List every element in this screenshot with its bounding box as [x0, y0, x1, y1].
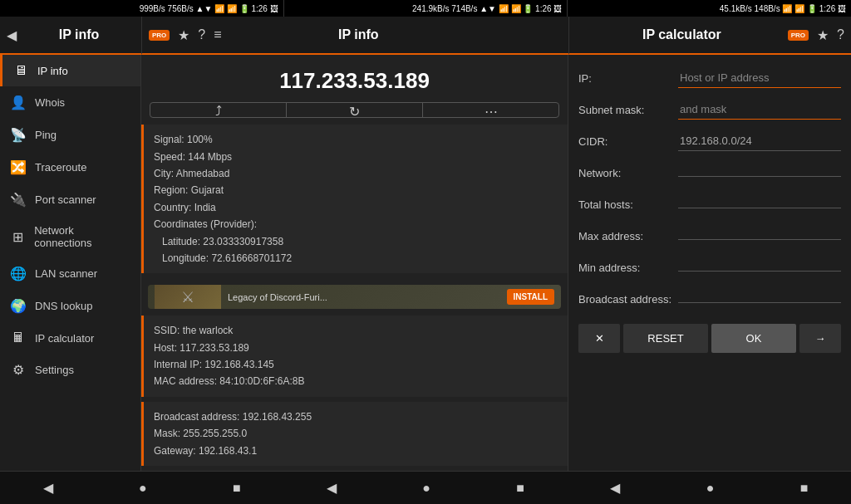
arrow-button[interactable]: →: [799, 324, 841, 353]
cidr-label: CIDR:: [578, 135, 678, 148]
back-button[interactable]: ◀: [7, 27, 17, 43]
sidebar-item-traceroute[interactable]: 🔀 Traceroute: [0, 151, 140, 183]
star-icon-middle[interactable]: ★: [178, 27, 189, 43]
more-button[interactable]: ⋯: [423, 103, 558, 118]
sidebar-item-ip-info[interactable]: 🖥 IP info: [0, 55, 140, 86]
middle-panel-title: IP info: [222, 27, 495, 42]
longitude-line: Longitude: 72.616668701172: [154, 250, 558, 267]
total-hosts-label: Total hosts:: [578, 198, 678, 211]
home-nav-right[interactable]: ●: [696, 477, 725, 499]
max-address-value: [678, 232, 841, 240]
ssid-section: SSID: the warlock Host: 117.233.53.189 I…: [141, 316, 568, 397]
back-nav-left[interactable]: ◀: [33, 477, 63, 499]
coordinates-label: Coordinates (Provider):: [154, 216, 558, 232]
sidebar-label-settings: Settings: [35, 364, 74, 376]
total-hosts-row: Total hosts:: [578, 191, 841, 218]
ok-button[interactable]: OK: [711, 324, 796, 353]
sidebar-item-ip-calculator[interactable]: 🖩 IP calculator: [0, 322, 140, 354]
pro-badge-right[interactable]: PRO: [788, 30, 809, 41]
sidebar-item-whois[interactable]: 👤 Whois: [0, 86, 140, 119]
city-line: City: Ahmedabad: [154, 165, 558, 182]
ssid-line: SSID: the warlock: [154, 322, 558, 339]
max-address-row: Max address:: [578, 223, 841, 249]
ip-info-icon: 🖥: [12, 63, 29, 78]
settings-icon: ⚙: [10, 362, 27, 378]
mask-line: Mask: 255.255.255.0: [154, 425, 558, 442]
status-bar-middle: 241.9kB/s 714B/s ▲▼ 📶 📶 🔋 1:26 🖼: [283, 0, 568, 17]
whois-icon: 👤: [10, 95, 27, 110]
right-panel: IP: Subnet mask: CIDR: 192.168.0.0/24 Ne…: [568, 55, 851, 471]
lan-scanner-icon: 🌐: [10, 266, 27, 281]
ad-banner[interactable]: ⚔ Legacy of Discord-Furi... INSTALL: [148, 285, 561, 309]
status-bar-right: 45.1kB/s 148B/s 📶 📶 🔋 1:26 🖼: [567, 0, 851, 17]
network-connections-icon: ⊞: [10, 229, 26, 245]
broadcast-section: Broadcast address: 192.168.43.255 Mask: …: [141, 402, 568, 466]
network-info-section: Signal: 100% Speed: 144 Mbps City: Ahmed…: [141, 125, 568, 273]
sidebar: 🖥 IP info 👤 Whois 📡 Ping 🔀 Traceroute 🔌 …: [0, 55, 141, 471]
port-scanner-icon: 🔌: [10, 192, 27, 208]
sidebar-item-network-connections[interactable]: ⊞ Network connections: [0, 216, 140, 257]
back-nav-middle[interactable]: ◀: [317, 477, 347, 499]
reset-button[interactable]: RESET: [623, 324, 708, 353]
ip-label: IP:: [578, 72, 678, 85]
recent-nav-right[interactable]: ■: [790, 477, 819, 499]
ip-row: IP:: [578, 65, 841, 91]
ip-address-display: 117.233.53.189: [141, 55, 568, 102]
traceroute-icon: 🔀: [10, 159, 27, 175]
back-nav-right[interactable]: ◀: [600, 477, 630, 499]
sidebar-label-ip-info: IP info: [37, 65, 68, 77]
refresh-button[interactable]: ↻: [287, 103, 423, 118]
sidebar-label-traceroute: Traceroute: [35, 161, 86, 174]
sidebar-item-ping[interactable]: 📡 Ping: [0, 119, 140, 151]
menu-icon-middle[interactable]: ≡: [214, 27, 221, 42]
calc-buttons: ✕ RESET OK →: [578, 324, 841, 353]
left-panel-title: IP info: [23, 27, 135, 42]
network-row: Network:: [578, 159, 841, 186]
ip-input[interactable]: [678, 68, 841, 88]
share-button[interactable]: ⤴: [150, 103, 287, 118]
min-address-value: [678, 264, 841, 272]
sidebar-label-ping: Ping: [35, 129, 57, 141]
ad-install-button[interactable]: INSTALL: [507, 289, 554, 305]
refresh-icon: ↻: [349, 104, 360, 119]
internal-ip-line: Internal IP: 192.168.43.145: [154, 356, 558, 373]
ad-image: ⚔: [155, 285, 221, 309]
subnet-row: Subnet mask:: [578, 96, 841, 123]
speed-line: Speed: 144 Mbps: [154, 149, 558, 165]
help-icon-right[interactable]: ?: [837, 27, 844, 42]
country-line: Country: India: [154, 199, 558, 216]
recent-nav-left[interactable]: ■: [223, 477, 251, 499]
mac-address-line: MAC address: 84:10:0D:6F:6A:8B: [154, 373, 558, 389]
subnet-input[interactable]: [678, 100, 841, 120]
cidr-value: 192.168.0.0/24: [678, 131, 841, 151]
pro-badge-middle[interactable]: PRO: [149, 30, 170, 41]
share-icon: ⤴: [215, 104, 222, 118]
broadcast-line: Broadcast address: 192.168.43.255: [154, 409, 558, 425]
cidr-row: CIDR: 192.168.0.0/24: [578, 128, 841, 154]
star-icon-right[interactable]: ★: [817, 27, 829, 43]
right-header-icons: PRO ★ ?: [788, 27, 844, 43]
middle-header-left-icons: PRO ★ ? ≡: [149, 27, 222, 43]
sidebar-item-lan-scanner[interactable]: 🌐 LAN scanner: [0, 257, 140, 290]
main-content: 🖥 IP info 👤 Whois 📡 Ping 🔀 Traceroute 🔌 …: [0, 55, 851, 471]
sidebar-label-dns-lookup: DNS lookup: [35, 300, 92, 312]
sidebar-item-dns-lookup[interactable]: 🌍 DNS lookup: [0, 290, 140, 322]
app-headers: ◀ IP info PRO ★ ? ≡ IP info IP calculato…: [0, 17, 851, 55]
recent-nav-middle[interactable]: ■: [506, 477, 534, 499]
sidebar-label-network-connections: Network connections: [34, 224, 130, 249]
dns-lookup-icon: 🌍: [10, 298, 27, 314]
min-address-row: Min address:: [578, 254, 841, 281]
bottom-nav-left: ◀ ● ■: [0, 471, 283, 504]
sidebar-item-port-scanner[interactable]: 🔌 Port scanner: [0, 183, 140, 216]
bottom-nav: ◀ ● ■ ◀ ● ■ ◀ ● ■: [0, 471, 851, 504]
bottom-nav-right: ◀ ● ■: [568, 471, 851, 504]
max-address-label: Max address:: [578, 230, 678, 242]
sidebar-item-settings[interactable]: ⚙ Settings: [0, 354, 140, 386]
help-icon-middle[interactable]: ?: [198, 27, 205, 42]
region-line: Region: Gujarat: [154, 182, 558, 198]
home-nav-middle[interactable]: ●: [412, 477, 440, 499]
home-nav-left[interactable]: ●: [129, 477, 157, 499]
gateway-line: Gateway: 192.168.43.1: [154, 443, 558, 459]
clear-button[interactable]: ✕: [578, 324, 620, 353]
min-address-label: Min address:: [578, 262, 678, 274]
